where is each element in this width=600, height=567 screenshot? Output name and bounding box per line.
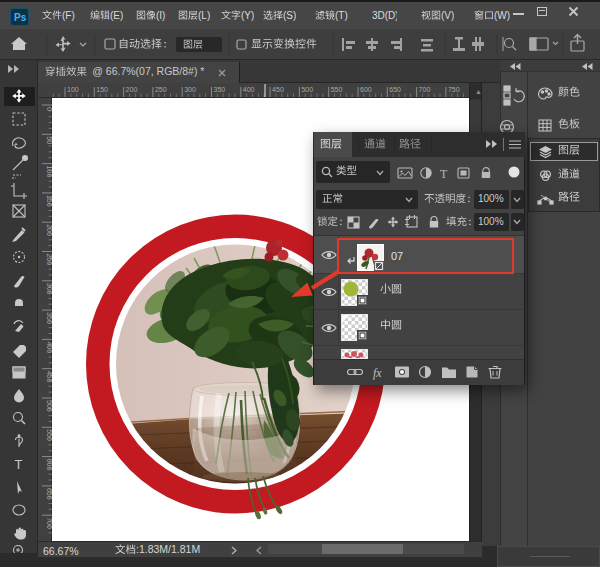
svg-text:(E): (E): [110, 10, 123, 21]
svg-text:T: T: [440, 167, 448, 181]
svg-text:350: 350: [214, 86, 226, 93]
svg-text:100: 100: [67, 86, 79, 93]
svg-text:550: 550: [331, 86, 343, 93]
svg-text:(L): (L): [198, 10, 210, 21]
svg-text:700: 700: [419, 86, 431, 93]
svg-text::1.83M/1.81M: :1.83M/1.81M: [136, 544, 200, 555]
svg-text:(I): (I): [156, 10, 165, 21]
svg-text:300: 300: [184, 86, 196, 93]
svg-text:650: 650: [389, 86, 401, 93]
svg-text:3D(D): 3D(D): [372, 10, 397, 21]
svg-text:250: 250: [155, 86, 167, 93]
svg-text:fx: fx: [373, 366, 382, 380]
svg-text:(W): (W): [494, 10, 510, 21]
svg-text:(S): (S): [283, 10, 296, 21]
svg-text:T: T: [15, 457, 23, 472]
svg-text:450: 450: [272, 86, 284, 93]
svg-text:(F): (F): [62, 10, 75, 21]
svg-text:500: 500: [301, 86, 313, 93]
svg-text:200: 200: [126, 86, 138, 93]
svg-text:400: 400: [243, 86, 255, 93]
svg-text:(V): (V): [441, 10, 454, 21]
svg-text:600: 600: [360, 86, 372, 93]
svg-text:(T): (T): [335, 10, 348, 21]
svg-text:@ 66.7%(07, RGB/8#) *: @ 66.7%(07, RGB/8#) *: [87, 66, 204, 77]
svg-text:(Y): (Y): [241, 10, 254, 21]
svg-text:150: 150: [96, 86, 108, 93]
svg-text:750: 750: [448, 86, 460, 93]
